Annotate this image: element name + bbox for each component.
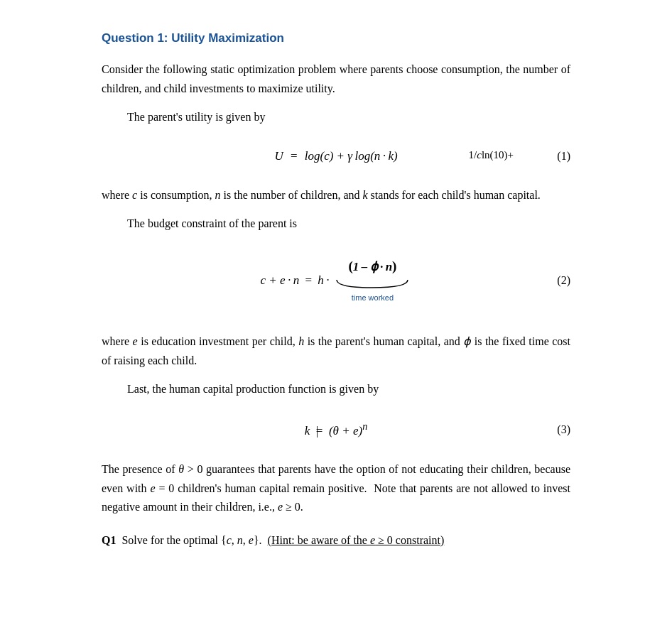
- question-title: Question 1: Utility Maximization: [102, 28, 570, 48]
- q1-label: Q1: [102, 534, 116, 546]
- presence-paragraph: The presence of θ > 0 guarantees that pa…: [102, 460, 570, 516]
- equation-3-content: k =| (θ + e)n: [305, 418, 367, 440]
- eq3-number: (3): [557, 420, 570, 439]
- equation-2-main: c + e · n = h · (1 – ϕ · n) time worked: [261, 256, 412, 304]
- equation-1-content: U = log(c) + γ log(n · k): [274, 146, 397, 165]
- q1-paragraph: Q1 Solve for the optimal {c, n, e}. (Hin…: [102, 531, 570, 550]
- eq2-paren-expr: (1 – ϕ · n): [348, 256, 396, 277]
- eq2-equals: =: [302, 271, 315, 290]
- eq1-description: where c is consumption, n is the number …: [102, 186, 570, 205]
- eq1-annotation: 1/cln(10)+: [469, 146, 514, 163]
- eq2-h: h ·: [318, 271, 329, 290]
- q1-hint: (Hint: be aware of the e ≥ 0 constraint): [268, 534, 445, 546]
- eq2-underbrace-group: (1 – ϕ · n) time worked: [333, 256, 411, 304]
- eq1-number: (1): [557, 147, 570, 165]
- eq1-equals: =: [288, 146, 300, 165]
- underbrace-svg: [333, 278, 411, 290]
- equation-2-block: c + e · n = h · (1 – ϕ · n) time worked …: [102, 256, 570, 304]
- q1-text: Solve for the optimal {c, n, e}.: [121, 534, 261, 546]
- eq1-rhs: log(c) + γ log(n · k): [305, 146, 398, 165]
- hc-intro: Last, the human capital production funct…: [102, 380, 570, 398]
- page-container: Question 1: Utility Maximization Conside…: [59, 0, 613, 588]
- budget-constraint-intro: The budget constraint of the parent is: [102, 214, 570, 233]
- eq2-description: where e is education investment per chil…: [102, 332, 570, 370]
- eq2-lhs: c + e · n: [261, 271, 300, 290]
- underbrace-label: time worked: [352, 292, 394, 305]
- eq2-number: (2): [557, 271, 570, 290]
- eq1-lhs: U: [274, 146, 283, 165]
- intro-paragraph: Consider the following static optimizati…: [102, 60, 570, 98]
- equation-2-wrapper: c + e · n = h · (1 – ϕ · n) time worked: [261, 256, 412, 304]
- equation-3-block: k =| (θ + e)n (3): [102, 418, 570, 440]
- parents-utility-intro: The parent's utility is given by: [102, 108, 570, 126]
- equation-1-block: U = log(c) + γ log(n · k) 1/cln(10)+ (1): [102, 146, 570, 165]
